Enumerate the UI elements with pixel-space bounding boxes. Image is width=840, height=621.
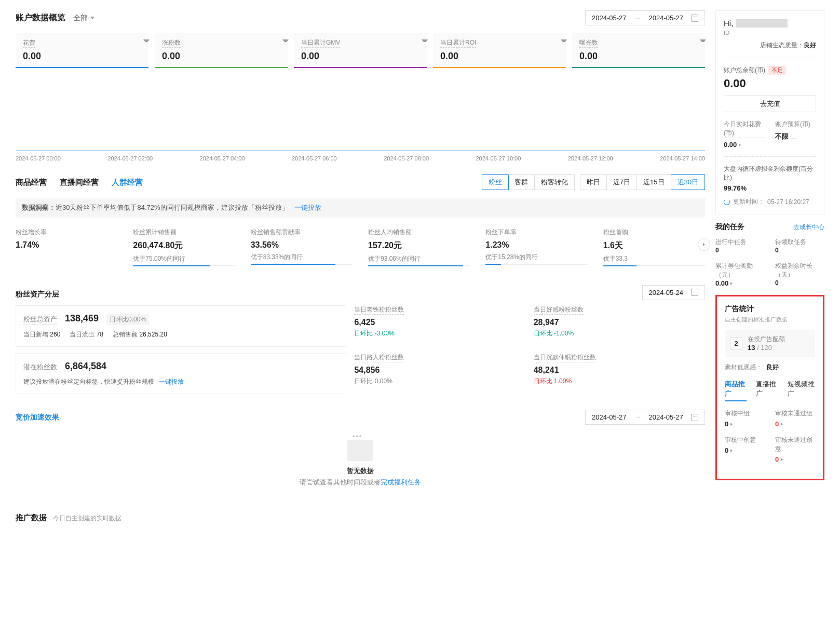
chevron-right-icon [703, 243, 705, 246]
ad-quota-badge: 2 [730, 337, 742, 349]
chevron-right-icon[interactable] [730, 449, 733, 452]
refresh-icon[interactable] [724, 199, 730, 205]
stat-sales-contribution: 粉丝销售额贡献率33.56%优于83.33%的同行 [251, 228, 353, 266]
user-card: Hi, ID 店铺生态质量：良好 账户总余额(币)不足 0.00 去充值 今日实… [715, 10, 824, 214]
chevron-down-icon [700, 39, 706, 42]
account-overview-title: 账户数据概览 [16, 12, 65, 23]
pill-30d[interactable]: 近30日 [671, 174, 705, 190]
insight-action-link[interactable]: 一键投放 [294, 204, 321, 211]
potential-action-link[interactable]: 一键投放 [159, 378, 184, 385]
calendar-icon [691, 15, 698, 22]
bidding-date-range[interactable]: 2024-05-27 → 2024-05-27 [585, 410, 705, 425]
metric-card-fans[interactable]: 涨粉数0.00 [155, 33, 288, 68]
stat-per-fan-sales: 粉丝人均销售额157.20元优于93.06%的同行 [368, 228, 470, 266]
pill-conversion[interactable]: 粉客转化 [535, 175, 574, 190]
empty-action-link[interactable]: 完成福利任务 [381, 478, 421, 486]
pill-7d[interactable]: 近7日 [607, 175, 637, 190]
overview-date-range[interactable]: 2024-05-27 → 2024-05-27 [585, 10, 705, 25]
chevron-down-icon [422, 39, 428, 42]
ad-tab-live[interactable]: 直播推广 [756, 380, 778, 401]
metric-card-spend[interactable]: 花费0.00 [16, 33, 148, 68]
chevron-right-icon[interactable] [730, 423, 733, 426]
ad-quota-box: 2 在投广告配额 13 / 120 [725, 330, 815, 357]
mini-stat-loyal: 当日老铁粉粉丝数6,425日环比 -3.00% [354, 305, 525, 347]
mini-stat-favorable: 当日好感粉粉丝数28,947日环比 -1.00% [534, 305, 705, 347]
chevron-right-icon[interactable] [781, 423, 783, 426]
metric-card-exposure[interactable]: 曝光数0.00 [572, 33, 705, 68]
chevron-right-icon[interactable] [781, 458, 783, 461]
growth-center-link[interactable]: 去成长中心 [793, 223, 824, 232]
metric-card-roi[interactable]: 当日累计ROI0.00 [433, 33, 566, 68]
scope-dropdown[interactable]: 全部 [73, 14, 94, 23]
ad-tab-product[interactable]: 商品推广 [725, 380, 747, 401]
recharge-button[interactable]: 去充值 [724, 96, 816, 112]
stat-order-rate: 粉丝下单率1.23%优于15.28%的同行 [485, 228, 587, 266]
chevron-right-icon[interactable] [739, 143, 741, 146]
bidding-title-link[interactable]: 竞价加速效果 [16, 413, 59, 422]
ad-stats-card: 广告统计 自主创建的标准推广数据 2 在投广告配额 13 / 120 素材低观感… [715, 295, 824, 480]
stat-first-purchase: 粉丝首购1.6天优于33.3 [603, 228, 705, 266]
chevron-down-icon [561, 39, 567, 42]
metric-card-gmv[interactable]: 当日累计GMV0.00 [294, 33, 427, 68]
asset-potential-card: 潜在粉丝数 6,864,584 建议投放潜在粉丝定向标签，快速提升粉丝规模 一键… [16, 353, 346, 394]
tasks-section: 我的任务去成长中心 进行中任务0 待领取任务0 累计券包奖励（元）0.00 权益… [715, 222, 824, 287]
chevron-down-icon [282, 39, 289, 42]
mini-stat-dormant: 当日沉默休眠粉粉丝数48,241日环比 1.00% [534, 353, 705, 394]
asset-section-title: 粉丝资产分层 [16, 290, 59, 299]
chevron-down-icon [90, 17, 94, 19]
tab-live-mgmt[interactable]: 直播间经营 [60, 178, 99, 187]
pill-15d[interactable]: 近15日 [637, 175, 671, 190]
stats-next-button[interactable] [698, 238, 710, 251]
calendar-icon [691, 414, 698, 421]
arrow-icon: → [634, 14, 641, 22]
balance-insufficient-badge: 不足 [768, 66, 786, 75]
pill-yesterday[interactable]: 昨日 [580, 175, 607, 190]
tab-product-mgmt[interactable]: 商品经营 [16, 178, 47, 187]
user-name-redacted [736, 19, 788, 28]
bidding-empty-state: 暂无数据 请尝试查看其他时间段或者完成福利任务 [16, 425, 705, 503]
pill-fans[interactable]: 粉丝 [482, 174, 509, 190]
pill-customers[interactable]: 客群 [508, 175, 535, 190]
mini-stat-passerby: 当日路人粉粉丝数54,856日环比 0.00% [354, 353, 525, 394]
ad-tab-video[interactable]: 短视频推广 [788, 380, 815, 401]
chevron-right-icon[interactable] [730, 282, 733, 285]
calendar-icon [691, 289, 698, 296]
edit-icon[interactable] [791, 134, 796, 139]
asset-total-card: 粉丝总资产 138,469 日环比0.00% 当日新增 260 当日流出 78 … [16, 305, 346, 347]
asset-date-picker[interactable]: 2024-05-24 [642, 285, 706, 300]
arrow-icon: → [634, 413, 641, 421]
stat-growth-rate: 粉丝增长率1.74% [16, 228, 117, 266]
promo-title: 推广数据 [16, 513, 47, 522]
promo-subtitle: 今日自主创建的实时数据 [53, 515, 121, 522]
stat-cumulative-sales: 粉丝累计销售额260,474.80元优于75.00%的同行 [133, 228, 235, 266]
tab-audience-mgmt[interactable]: 人群经营 [112, 178, 143, 187]
chevron-down-icon [143, 39, 150, 42]
insight-banner: 数据洞察：近30天粉丝下单率均值低于84.72%的同行同规模商家，建议投放「粉丝… [16, 198, 705, 218]
overview-chart: 2024-05-27 00:00 2024-05-27 02:00 2024-0… [16, 73, 705, 161]
empty-box-icon [347, 440, 373, 461]
